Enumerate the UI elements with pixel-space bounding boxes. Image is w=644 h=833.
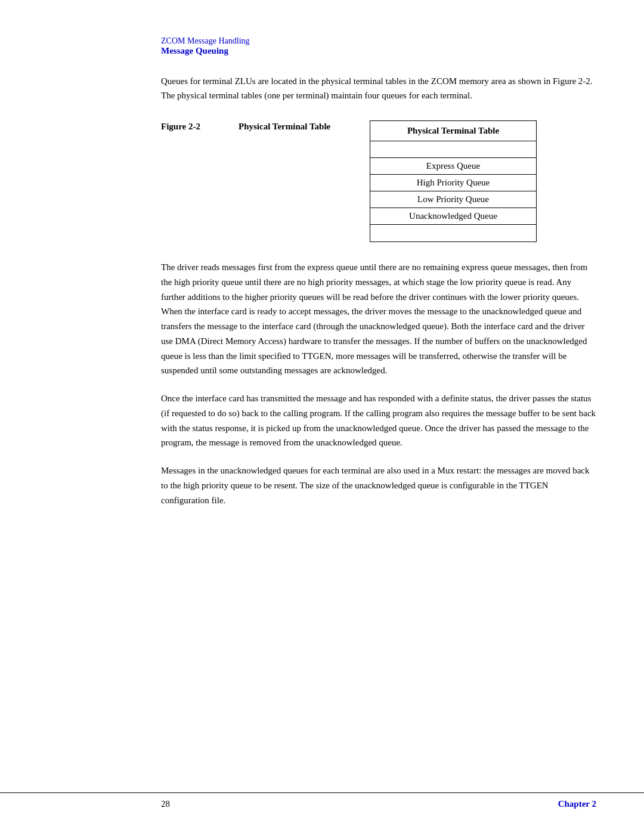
- body-paragraph-1: The driver reads messages first from the…: [161, 260, 596, 378]
- table-row-express-queue: Express Queue: [370, 158, 536, 175]
- intro-paragraph: Queues for terminal ZLUs are located in …: [161, 74, 596, 103]
- table-row-high-priority: High Priority Queue: [370, 175, 536, 191]
- body-paragraph-3: Messages in the unacknowledged queues fo…: [161, 463, 596, 507]
- footer: 28 Chapter 2: [0, 792, 644, 809]
- figure-row: Figure 2-2 Physical Terminal Table Physi…: [161, 120, 596, 242]
- breadcrumb-parent-link[interactable]: ZCOM Message Handling: [161, 36, 250, 45]
- physical-terminal-table: Physical Terminal Table Express Queue Hi…: [370, 120, 537, 242]
- figure-title: Physical Terminal Table: [239, 120, 358, 132]
- content-area: ZCOM Message Handling Message Queuing Qu…: [161, 36, 596, 507]
- page: ZCOM Message Handling Message Queuing Qu…: [0, 0, 644, 833]
- table-row-low-priority: Low Priority Queue: [370, 191, 536, 208]
- footer-page-number: 28: [161, 799, 558, 809]
- figure-section: Figure 2-2 Physical Terminal Table Physi…: [161, 120, 596, 242]
- breadcrumb-current: Message Queuing: [161, 46, 228, 55]
- footer-chapter: Chapter 2: [558, 799, 596, 809]
- table-row-empty-top: [370, 141, 536, 158]
- figure-label: Figure 2-2: [161, 120, 227, 132]
- breadcrumb: ZCOM Message Handling Message Queuing: [161, 36, 596, 56]
- table-row-unacknowledged: Unacknowledged Queue: [370, 208, 536, 225]
- table-row-empty-bottom: [370, 225, 536, 241]
- table-header: Physical Terminal Table: [370, 121, 536, 141]
- body-paragraph-2: Once the interface card has transmitted …: [161, 391, 596, 450]
